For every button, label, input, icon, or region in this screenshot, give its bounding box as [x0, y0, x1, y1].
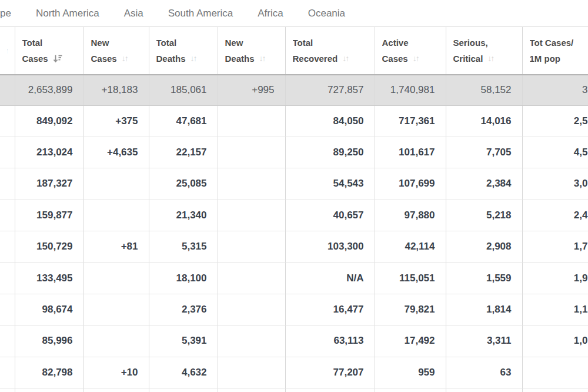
- country-row: 159,87721,34040,65797,8805,2182,4: [0, 200, 588, 231]
- cell-serious_critical: 14,016: [446, 105, 522, 137]
- cell-active_cases: 97,880: [375, 200, 446, 231]
- cell-country: [0, 75, 15, 105]
- cell-new_cases: +10: [83, 357, 149, 388]
- cell-total_cases: 82,798: [15, 357, 83, 388]
- country-row: 150,729+815,315103,30042,1142,9081,7: [0, 231, 588, 263]
- cell-total_deaths: 185,061: [149, 75, 218, 105]
- cell-new_deaths: [218, 294, 285, 325]
- tab-north-america[interactable]: North America: [36, 8, 99, 19]
- cell-country: [0, 294, 15, 325]
- column-label-line1: New: [225, 35, 243, 51]
- cell-total_recovered: 54,543: [285, 168, 375, 200]
- cell-new_cases: [83, 200, 149, 231]
- cell-active_cases: 79,821: [375, 294, 446, 325]
- sort-toggle-icon: ↓↑: [122, 51, 128, 67]
- cell-total_cases: 133,495: [15, 263, 83, 294]
- country-row: 85,9965,39163,11317,4923,3111,0: [0, 325, 588, 357]
- column-label-line2: 1M pop: [530, 51, 561, 67]
- cell-total_cases: 150,729: [15, 231, 83, 263]
- cell-cases_per_1m: 3,0: [522, 168, 588, 200]
- cell-total_deaths: 47,681: [149, 105, 218, 137]
- cell-cases_per_1m: 2,4: [522, 200, 588, 231]
- col-header-new_deaths[interactable]: NewDeaths↓↑: [218, 27, 285, 75]
- cell-new_cases: +18,183: [83, 75, 149, 105]
- cell-country: [0, 137, 15, 168]
- cell-total_deaths: 21,340: [149, 200, 218, 231]
- table-viewport: ↓↑TotalCasesNewCases↓↑TotalDeaths↓↑NewDe…: [0, 26, 588, 392]
- cell-serious_critical: 1,814: [446, 294, 522, 325]
- cell-active_cases: 42,114: [375, 231, 446, 263]
- column-label-line2: Recovered: [293, 51, 338, 67]
- column-label-line1: Serious,: [453, 35, 488, 51]
- cell-total_cases: 849,092: [15, 105, 83, 137]
- cell-serious_critical: 1,559: [446, 263, 522, 294]
- cell-country: [0, 231, 15, 263]
- table-body: 2,653,899+18,183185,061+995727,8571,740,…: [0, 75, 588, 392]
- cell-new_cases: [83, 325, 149, 357]
- column-label-line1: Total: [22, 35, 43, 51]
- col-header-total_cases[interactable]: TotalCases: [15, 27, 83, 75]
- cell-new_deaths: +22: [218, 105, 285, 137]
- sort-toggle-icon: ↓↑: [413, 51, 419, 67]
- cell-total_deaths: 4,632: [149, 357, 218, 388]
- country-row: 82,798+104,63277,20795963: [0, 357, 588, 388]
- cell-active_cases: [375, 388, 446, 392]
- cell-new_cases: [83, 388, 149, 392]
- covid-stats-table: ↓↑TotalCasesNewCases↓↑TotalDeaths↓↑NewDe…: [0, 27, 588, 392]
- sort-toggle-icon: ↓↑: [342, 51, 348, 67]
- cell-active_cases: 107,699: [375, 168, 446, 200]
- cell-serious_critical: 58,152: [446, 75, 522, 105]
- col-header-cases_per_1m[interactable]: Tot Cases/1M pop: [522, 27, 588, 75]
- country-row: 133,49518,100N/A115,0511,5591,9: [0, 263, 588, 294]
- cell-total_recovered: 84,050: [285, 105, 375, 137]
- cell-new_cases: [83, 294, 149, 325]
- cell-cases_per_1m: [522, 357, 588, 388]
- cell-total_recovered: 40,657: [285, 200, 375, 231]
- cell-active_cases: 959: [375, 357, 446, 388]
- tab-africa[interactable]: Africa: [258, 8, 283, 19]
- sort-toggle-icon: ↓↑: [487, 51, 493, 67]
- cell-total_cases: 187,327: [15, 168, 83, 200]
- cell-new_cases: +81: [83, 231, 149, 263]
- cell-total_recovered: 63,113: [285, 325, 375, 357]
- cell-total_cases: 85,996: [15, 325, 83, 357]
- cell-total_deaths: 2,376: [149, 294, 218, 325]
- cell-new_cases: +4,635: [83, 137, 149, 168]
- cell-total_recovered: [285, 388, 375, 392]
- col-header-total_recovered[interactable]: TotalRecovered↓↑: [285, 27, 375, 75]
- cell-new_deaths: [218, 325, 285, 357]
- cell-cases_per_1m: 1,0: [522, 325, 588, 357]
- cell-total_cases: 2,653,899: [15, 75, 83, 105]
- cell-total_cases: 213,024: [15, 137, 83, 168]
- cell-country: [0, 325, 15, 357]
- cell-serious_critical: [446, 388, 522, 392]
- sort-toggle-icon: ↓↑: [7, 43, 8, 59]
- cell-active_cases: 1,740,981: [375, 75, 446, 105]
- column-label-line1: New: [91, 35, 109, 51]
- cell-serious_critical: 2,908: [446, 231, 522, 263]
- tab-europe-partial[interactable]: pe: [0, 8, 11, 19]
- tab-south-america[interactable]: South America: [168, 8, 233, 19]
- cell-new_deaths: [218, 200, 285, 231]
- cell-cases_per_1m: [522, 388, 588, 392]
- cell-country: [0, 388, 15, 392]
- tab-asia[interactable]: Asia: [124, 8, 143, 19]
- column-label-line2: Cases: [22, 51, 48, 67]
- column-label-line1: Active: [382, 35, 409, 51]
- cell-total_recovered: N/A: [285, 263, 375, 294]
- cell-country: [0, 357, 15, 388]
- cell-new_deaths: [218, 357, 285, 388]
- cell-total_deaths: [149, 388, 218, 392]
- col-header-total_deaths[interactable]: TotalDeaths↓↑: [149, 27, 218, 75]
- cell-new_cases: +375: [83, 105, 149, 137]
- column-label-line2: Cases: [91, 51, 117, 67]
- tab-oceania[interactable]: Oceania: [308, 8, 345, 19]
- cell-country: [0, 105, 15, 137]
- col-header-new_cases[interactable]: NewCases↓↑: [83, 27, 149, 75]
- sort-toggle-icon: ↓↑: [259, 51, 265, 67]
- col-header-active_cases[interactable]: ActiveCases↓↑: [375, 27, 446, 75]
- col-header-serious_critical[interactable]: Serious,Critical↓↑: [446, 27, 522, 75]
- cell-new_deaths: [218, 168, 285, 200]
- cell-cases_per_1m: 1,1: [522, 294, 588, 325]
- cell-new_deaths: [218, 263, 285, 294]
